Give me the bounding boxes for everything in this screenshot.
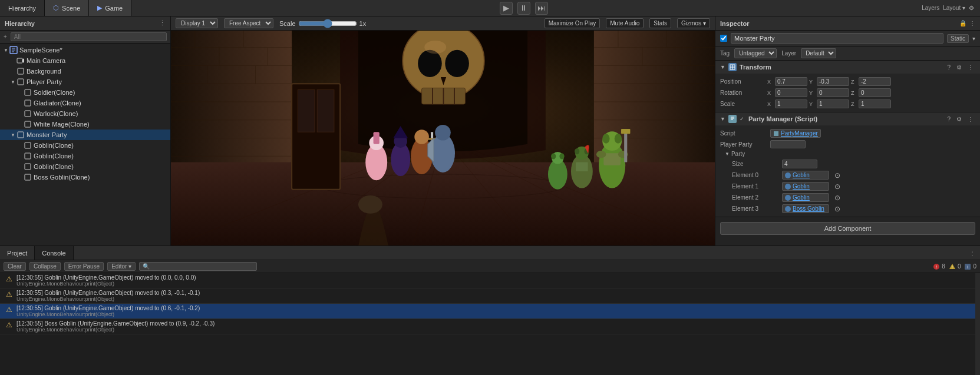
scale-x-input[interactable] xyxy=(775,99,807,108)
transform-body: Position X Y Z Rotation X xyxy=(715,74,980,112)
element-3-ref[interactable]: Boss Goblin xyxy=(782,204,829,213)
hierarchy-search-input[interactable] xyxy=(11,32,167,41)
display-select[interactable]: Display 1 xyxy=(176,18,218,28)
tree-item-maincamera[interactable]: Main Camera xyxy=(0,55,170,66)
tab-hierarchy[interactable]: Hierarchy xyxy=(0,0,45,16)
tree-item-goblin2[interactable]: Goblin(Clone) xyxy=(0,151,170,161)
tree-arrow-monsterparty: ▼ xyxy=(9,131,17,138)
collapse-btn[interactable]: Collapse xyxy=(29,262,61,271)
position-x-input[interactable] xyxy=(775,77,807,86)
transform-menu-btn[interactable]: ⋮ xyxy=(966,64,975,71)
element-3-link-btn[interactable]: ⊙ xyxy=(834,205,840,213)
tab-scene[interactable]: ⬡ Scene xyxy=(45,0,89,16)
tree-item-monsterparty[interactable]: ▼ Monster Party xyxy=(0,130,170,140)
tree-item-warlock[interactable]: Warlock(Clone) xyxy=(0,108,170,119)
position-y-input[interactable] xyxy=(817,77,849,86)
scene-tab-label: Scene xyxy=(62,5,80,12)
tree-item-whitemage[interactable]: White Mage(Clone) xyxy=(0,119,170,130)
svg-rect-62 xyxy=(374,132,380,144)
inspector-menu-btn[interactable]: ⋮ xyxy=(969,20,975,26)
object-active-checkbox[interactable] xyxy=(720,35,727,42)
element-1-link-btn[interactable]: ⊙ xyxy=(834,182,840,191)
script-ref[interactable]: PartyManager xyxy=(770,129,821,138)
maximize-on-play-btn[interactable]: Maximize On Play xyxy=(545,18,600,28)
inspector-lock-btn[interactable]: 🔒 xyxy=(959,20,966,26)
tree-item-gladiator[interactable]: Gladiator(Clone) xyxy=(0,98,170,108)
party-section-arrow[interactable]: ▼ xyxy=(725,151,730,157)
tree-label-maincamera: Main Camera xyxy=(27,57,65,64)
element-2-ref[interactable]: Goblin xyxy=(782,193,829,202)
element-0-ref[interactable]: Goblin xyxy=(782,171,829,180)
console-toolbar: Clear Collapse Error Pause Editor ▾ ! 8 … xyxy=(0,260,980,273)
project-tab-label: Project xyxy=(7,250,27,257)
element-0-value[interactable]: Goblin xyxy=(793,172,810,178)
tab-game[interactable]: ▶ Game xyxy=(89,0,131,16)
element-2-value[interactable]: Goblin xyxy=(793,194,810,201)
account-btn[interactable]: ⚙ xyxy=(969,5,974,11)
script-value[interactable]: PartyManager xyxy=(781,130,818,137)
hierarchy-add-btn[interactable]: + xyxy=(4,34,7,40)
clear-btn[interactable]: Clear xyxy=(4,262,26,271)
aspect-select[interactable]: Free Aspect xyxy=(224,18,273,28)
tab-project[interactable]: Project xyxy=(0,246,35,260)
tree-item-goblin3[interactable]: Goblin(Clone) xyxy=(0,161,170,172)
scale-y-input[interactable] xyxy=(817,99,849,108)
position-z-input[interactable] xyxy=(859,77,891,86)
static-badge[interactable]: Static xyxy=(947,34,969,43)
element-1-value[interactable]: Goblin xyxy=(793,183,810,190)
hierarchy-menu-btn[interactable]: ⋮ xyxy=(159,19,166,27)
transform-help-btn[interactable]: ? xyxy=(945,64,952,71)
pm-settings-btn[interactable]: ⚙ xyxy=(955,116,963,122)
log-entry-1[interactable]: ⚠ [12:30:55] Goblin (UnityEngine.GameObj… xyxy=(0,273,975,288)
stats-btn[interactable]: Stats xyxy=(649,18,671,28)
rotation-y-input[interactable] xyxy=(817,88,849,97)
pm-checkbox-indicator: ✓ xyxy=(740,116,744,122)
element-0-link-btn[interactable]: ⊙ xyxy=(834,171,840,180)
scale-z-input[interactable] xyxy=(859,99,891,108)
step-button[interactable]: ⏭ xyxy=(535,2,548,15)
tree-item-goblin1[interactable]: Goblin(Clone) xyxy=(0,140,170,151)
log-entry-3[interactable]: ⚠ [12:30:55] Goblin (UnityEngine.GameObj… xyxy=(0,304,975,319)
rotation-z-input[interactable] xyxy=(859,88,891,97)
tree-item-background[interactable]: Background xyxy=(0,66,170,77)
player-party-ref[interactable] xyxy=(770,140,806,148)
tree-item-soldier[interactable]: Soldier(Clone) xyxy=(0,87,170,98)
pause-button[interactable]: ⏸ xyxy=(517,2,530,15)
tree-item-bossgoblin[interactable]: Boss Goblin(Clone) xyxy=(0,172,170,182)
scene-viewport[interactable] xyxy=(171,31,715,245)
log-sub-2: UnityEngine.MonoBehaviour:print(Object) xyxy=(17,296,200,302)
tree-item-playerparty[interactable]: ▼ Player Party xyxy=(0,77,170,87)
log-entry-2[interactable]: ⚠ [12:30:55] Goblin (UnityEngine.GameObj… xyxy=(0,288,975,304)
play-controls: ▶ ⏸ ⏭ xyxy=(131,2,916,15)
party-manager-header[interactable]: ▼ ✓ Party Manager (Script) ? ⚙ ⋮ xyxy=(715,112,980,125)
scale-slider[interactable] xyxy=(298,19,357,28)
rotation-x-input[interactable] xyxy=(775,88,807,97)
error-icon: ! xyxy=(933,263,940,270)
object-name-input[interactable] xyxy=(731,33,943,44)
add-component-button[interactable]: Add Component xyxy=(720,222,975,235)
log-entry-4[interactable]: ⚠ [12:30:55] Boss Goblin (UnityEngine.Ga… xyxy=(0,319,975,334)
tree-item-samplescene[interactable]: ▼ SampleScene* xyxy=(0,45,170,55)
element-3-value[interactable]: Boss Goblin xyxy=(793,205,824,212)
static-dropdown-arrow[interactable]: ▾ xyxy=(972,35,975,42)
play-button[interactable]: ▶ xyxy=(500,2,513,15)
layer-select[interactable]: Default xyxy=(801,48,836,58)
element-2-link-btn[interactable]: ⊙ xyxy=(834,194,840,202)
layout-btn[interactable]: Layout ▾ xyxy=(943,5,965,11)
size-input[interactable] xyxy=(782,160,817,168)
transform-settings-btn[interactable]: ⚙ xyxy=(955,64,963,71)
tab-console[interactable]: Console xyxy=(35,246,73,260)
mute-audio-btn[interactable]: Mute Audio xyxy=(606,18,644,28)
pm-menu-btn[interactable]: ⋮ xyxy=(966,116,975,122)
bottom-panel-menu[interactable]: ⋮ xyxy=(965,250,980,256)
tag-select[interactable]: Untagged xyxy=(734,48,777,58)
editor-btn[interactable]: Editor ▾ xyxy=(107,262,136,271)
gizmos-btn[interactable]: Gizmos ▾ xyxy=(677,18,710,28)
console-search-input[interactable] xyxy=(139,262,257,271)
element-1-ref[interactable]: Goblin xyxy=(782,182,829,191)
transform-header[interactable]: ▼ Transform ? ⚙ ⋮ xyxy=(715,61,980,74)
error-pause-btn[interactable]: Error Pause xyxy=(64,262,104,271)
pm-help-btn[interactable]: ? xyxy=(945,116,952,122)
console-scrollbar[interactable] xyxy=(975,273,980,375)
console-entries[interactable]: ⚠ [12:30:55] Goblin (UnityEngine.GameObj… xyxy=(0,273,975,375)
